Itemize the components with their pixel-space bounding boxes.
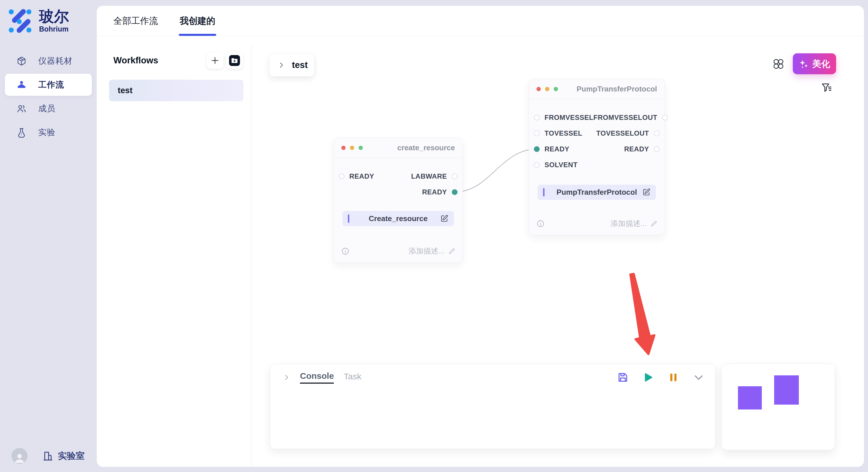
pencil-icon (448, 247, 456, 255)
port-handle-icon[interactable] (534, 131, 539, 136)
plus-icon (210, 56, 220, 65)
cursor-bar (543, 188, 545, 196)
port-out-fromvesselout[interactable]: FROMVESSELOUT (593, 113, 668, 122)
bohrium-app: 玻尔 Bohrium 仪器耗材 (0, 0, 868, 472)
node-title: PumpTransferProtocol (577, 85, 657, 94)
node-action-button[interactable]: Create_resource (342, 211, 454, 226)
sparkles-icon (799, 59, 809, 69)
breadcrumb[interactable]: test (270, 54, 314, 76)
building-icon (42, 450, 53, 461)
traffic-dot-yellow-icon (545, 87, 549, 91)
workflow-canvas[interactable]: test create_resource (251, 36, 864, 467)
port-in-fromvessel[interactable]: FROMVESSEL (534, 113, 593, 122)
play-icon[interactable] (642, 372, 654, 383)
breadcrumb-label: test (292, 60, 308, 70)
beautify-button[interactable]: 美化 (793, 53, 836, 74)
lab-switcher[interactable]: 实验室 (42, 450, 85, 462)
sidebar-item-label: 工作流 (38, 79, 64, 91)
tab-all-workflows[interactable]: 全部工作流 (113, 6, 158, 36)
sidebar-item-experiments[interactable]: 实验 (5, 121, 92, 143)
minimap-node-pump-transfer (774, 375, 799, 405)
port-handle-icon[interactable] (339, 173, 344, 179)
node-pump-transfer-protocol[interactable]: PumpTransferProtocol FROMVESSEL FROMVESS… (529, 79, 665, 235)
bohrium-logo-icon (9, 9, 33, 33)
traffic-dot-red-icon (341, 146, 346, 150)
logo[interactable]: 玻尔 Bohrium (9, 9, 69, 33)
minimap-node-create-resource (738, 386, 762, 409)
members-icon (17, 103, 27, 114)
port-handle-connected-icon[interactable] (534, 146, 539, 152)
port-in-tovessel[interactable]: TOVESSEL (534, 129, 582, 137)
traffic-dots (341, 146, 363, 150)
tab-task[interactable]: Task (344, 372, 361, 383)
port-handle-icon[interactable] (662, 115, 668, 121)
tab-my-created[interactable]: 我创建的 (180, 6, 215, 36)
chevron-right-icon[interactable] (283, 374, 290, 381)
edit-icon[interactable] (440, 214, 448, 223)
sidebar-item-label: 成员 (38, 103, 55, 114)
sidebar-item-label: 仪器耗材 (38, 55, 73, 67)
sidebar-footer: 实验室 (11, 448, 85, 464)
port-handle-icon[interactable] (534, 162, 539, 168)
experiment-icon (17, 127, 27, 138)
logo-subtitle: Bohrium (39, 25, 69, 33)
pencil-icon (650, 220, 658, 227)
content-card: 全部工作流 我创建的 Workflows (97, 6, 864, 467)
node-action-button[interactable]: PumpTransferProtocol (538, 185, 656, 200)
logo-title: 玻尔 (39, 9, 69, 24)
save-icon[interactable] (617, 372, 629, 383)
port-handle-connected-icon[interactable] (452, 189, 458, 195)
port-handle-icon[interactable] (654, 146, 660, 152)
port-out-ready[interactable]: READY (624, 145, 660, 153)
traffic-dot-red-icon (536, 87, 541, 91)
port-out-tovesselout[interactable]: TOVESSELOUT (596, 129, 660, 137)
workflows-panel: Workflows (97, 36, 251, 467)
edit-icon[interactable] (642, 188, 651, 196)
filter-icon[interactable] (821, 82, 832, 94)
port-in-ready[interactable]: READY (339, 172, 374, 180)
sidebar-item-workflows[interactable]: 工作流 (5, 74, 92, 96)
lab-label: 实验室 (58, 450, 85, 462)
traffic-dot-green-icon (359, 146, 363, 150)
command-icon[interactable] (772, 58, 784, 70)
workflow-list-item-test[interactable]: test (109, 80, 243, 101)
node-title: create_resource (397, 143, 455, 152)
pause-icon[interactable] (668, 372, 679, 383)
port-handle-icon[interactable] (654, 131, 660, 136)
import-folder-button[interactable] (226, 52, 243, 69)
port-handle-icon[interactable] (534, 115, 539, 121)
sidebar: 玻尔 Bohrium 仪器耗材 (0, 0, 97, 472)
sidebar-item-members[interactable]: 成员 (5, 98, 92, 120)
workflow-icon (17, 80, 27, 90)
info-icon[interactable] (536, 220, 545, 228)
port-handle-icon[interactable] (452, 173, 458, 179)
workflows-panel-title: Workflows (113, 55, 158, 66)
console-panel: Console Task (270, 364, 716, 449)
port-out-labware[interactable]: LABWARE (411, 172, 458, 180)
traffic-dots (536, 87, 558, 91)
avatar[interactable] (11, 448, 28, 464)
description-placeholder[interactable]: 添加描述... (408, 246, 456, 256)
box-icon (17, 56, 27, 66)
traffic-dot-green-icon (554, 87, 558, 91)
workflow-tabbar: 全部工作流 我创建的 (97, 6, 864, 36)
traffic-dot-yellow-icon (350, 146, 354, 150)
description-placeholder[interactable]: 添加描述... (611, 218, 658, 229)
chevron-right-icon (278, 61, 285, 69)
beautify-label: 美化 (812, 58, 830, 70)
node-create-resource[interactable]: create_resource READY LABWARE (334, 138, 463, 263)
cursor-bar (348, 214, 349, 223)
port-out-ready[interactable]: READY (422, 188, 458, 196)
port-in-solvent[interactable]: SOLVENT (534, 161, 578, 169)
sidebar-item-label: 实验 (38, 127, 55, 138)
minimap[interactable] (722, 364, 835, 450)
chevron-down-icon[interactable] (693, 372, 704, 383)
folder-download-icon (229, 55, 240, 66)
sidebar-nav: 仪器耗材 工作流 (0, 48, 97, 145)
tab-console[interactable]: Console (300, 371, 334, 384)
add-workflow-button[interactable] (207, 52, 223, 69)
port-in-ready[interactable]: READY (534, 145, 569, 153)
sidebar-item-instruments[interactable]: 仪器耗材 (5, 50, 92, 72)
info-icon[interactable] (341, 247, 349, 255)
